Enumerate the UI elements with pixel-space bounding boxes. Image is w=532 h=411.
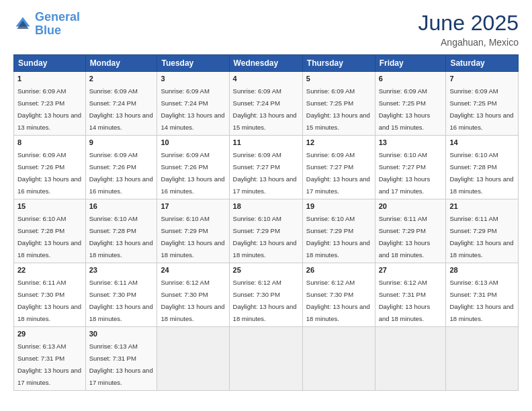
day-number: 26: [306, 266, 371, 274]
calendar-cell: 15 Sunrise: 6:10 AMSunset: 7:28 PMDaylig…: [14, 199, 86, 263]
calendar-header-tuesday: Tuesday: [157, 55, 229, 72]
day-number: 2: [89, 75, 154, 83]
calendar-cell: 26 Sunrise: 6:12 AMSunset: 7:30 PMDaylig…: [302, 263, 375, 327]
calendar-cell: 1 Sunrise: 6:09 AMSunset: 7:23 PMDayligh…: [14, 72, 86, 136]
calendar-week-1: 1 Sunrise: 6:09 AMSunset: 7:23 PMDayligh…: [14, 72, 519, 136]
calendar-cell: 14 Sunrise: 6:10 AMSunset: 7:28 PMDaylig…: [446, 136, 519, 199]
day-info: Sunrise: 6:09 AMSunset: 7:26 PMDaylight:…: [17, 151, 81, 195]
calendar-cell: 8 Sunrise: 6:09 AMSunset: 7:26 PMDayligh…: [14, 136, 86, 199]
calendar-header-friday: Friday: [375, 55, 446, 72]
day-info: Sunrise: 6:12 AMSunset: 7:30 PMDaylight:…: [306, 279, 370, 322]
day-number: 27: [379, 266, 443, 274]
calendar-cell: [302, 327, 375, 391]
calendar-cell: 12 Sunrise: 6:09 AMSunset: 7:27 PMDaylig…: [302, 136, 375, 199]
day-info: Sunrise: 6:10 AMSunset: 7:27 PMDaylight:…: [379, 151, 431, 195]
day-number: 15: [17, 202, 82, 210]
calendar-cell: 7 Sunrise: 6:09 AMSunset: 7:25 PMDayligh…: [446, 72, 519, 136]
day-info: Sunrise: 6:11 AMSunset: 7:30 PMDaylight:…: [89, 279, 153, 322]
day-number: 9: [89, 138, 154, 146]
calendar-cell: 29 Sunrise: 6:13 AMSunset: 7:31 PMDaylig…: [14, 327, 86, 391]
calendar-cell: 2 Sunrise: 6:09 AMSunset: 7:24 PMDayligh…: [85, 72, 157, 136]
calendar-cell: 21 Sunrise: 6:11 AMSunset: 7:29 PMDaylig…: [446, 199, 519, 263]
day-number: 4: [233, 75, 299, 83]
header: General Blue June 2025 Angahuan, Mexico: [13, 11, 519, 48]
day-info: Sunrise: 6:09 AMSunset: 7:24 PMDaylight:…: [89, 87, 153, 131]
month-year: June 2025: [418, 11, 519, 36]
calendar-cell: 23 Sunrise: 6:11 AMSunset: 7:30 PMDaylig…: [85, 263, 157, 327]
calendar-cell: 13 Sunrise: 6:10 AMSunset: 7:27 PMDaylig…: [375, 136, 446, 199]
calendar-cell: 3 Sunrise: 6:09 AMSunset: 7:24 PMDayligh…: [157, 72, 229, 136]
calendar-header-sunday: Sunday: [14, 55, 86, 72]
calendar-week-3: 15 Sunrise: 6:10 AMSunset: 7:28 PMDaylig…: [14, 199, 519, 263]
calendar-cell: [229, 327, 302, 391]
page: General Blue June 2025 Angahuan, Mexico …: [0, 0, 532, 411]
day-info: Sunrise: 6:09 AMSunset: 7:24 PMDaylight:…: [233, 87, 297, 131]
calendar-cell: 25 Sunrise: 6:12 AMSunset: 7:30 PMDaylig…: [229, 263, 302, 327]
title-block: June 2025 Angahuan, Mexico: [418, 11, 519, 48]
calendar-cell: 24 Sunrise: 6:12 AMSunset: 7:30 PMDaylig…: [157, 263, 229, 327]
calendar-cell: 18 Sunrise: 6:10 AMSunset: 7:29 PMDaylig…: [229, 199, 302, 263]
day-info: Sunrise: 6:10 AMSunset: 7:28 PMDaylight:…: [449, 151, 513, 195]
day-info: Sunrise: 6:10 AMSunset: 7:29 PMDaylight:…: [161, 215, 224, 259]
day-info: Sunrise: 6:13 AMSunset: 7:31 PMDaylight:…: [17, 342, 81, 386]
day-info: Sunrise: 6:09 AMSunset: 7:25 PMDaylight:…: [379, 87, 431, 131]
logo-icon: [13, 15, 32, 34]
day-number: 19: [306, 202, 371, 210]
day-info: Sunrise: 6:11 AMSunset: 7:30 PMDaylight:…: [17, 279, 81, 322]
calendar-cell: [446, 327, 519, 391]
day-info: Sunrise: 6:13 AMSunset: 7:31 PMDaylight:…: [89, 342, 153, 386]
logo: General Blue: [13, 11, 80, 38]
calendar: SundayMondayTuesdayWednesdayThursdayFrid…: [13, 54, 519, 391]
calendar-header-wednesday: Wednesday: [229, 55, 302, 72]
day-number: 13: [379, 138, 443, 146]
day-number: 30: [89, 330, 154, 338]
day-number: 8: [17, 138, 82, 146]
calendar-cell: [375, 327, 446, 391]
day-number: 10: [161, 138, 225, 146]
day-number: 21: [449, 202, 515, 210]
logo-text: General Blue: [35, 11, 80, 38]
day-info: Sunrise: 6:09 AMSunset: 7:24 PMDaylight:…: [161, 87, 224, 131]
calendar-cell: 16 Sunrise: 6:10 AMSunset: 7:28 PMDaylig…: [85, 199, 157, 263]
calendar-week-2: 8 Sunrise: 6:09 AMSunset: 7:26 PMDayligh…: [14, 136, 519, 199]
calendar-cell: 20 Sunrise: 6:11 AMSunset: 7:29 PMDaylig…: [375, 199, 446, 263]
day-number: 28: [449, 266, 515, 274]
day-number: 7: [449, 75, 515, 83]
day-info: Sunrise: 6:09 AMSunset: 7:23 PMDaylight:…: [17, 87, 81, 131]
day-number: 17: [161, 202, 225, 210]
day-number: 22: [17, 266, 82, 274]
calendar-header-monday: Monday: [85, 55, 157, 72]
day-number: 25: [233, 266, 299, 274]
calendar-week-4: 22 Sunrise: 6:11 AMSunset: 7:30 PMDaylig…: [14, 263, 519, 327]
day-info: Sunrise: 6:09 AMSunset: 7:27 PMDaylight:…: [233, 151, 297, 195]
day-info: Sunrise: 6:12 AMSunset: 7:31 PMDaylight:…: [379, 279, 431, 322]
calendar-cell: 30 Sunrise: 6:13 AMSunset: 7:31 PMDaylig…: [85, 327, 157, 391]
calendar-week-5: 29 Sunrise: 6:13 AMSunset: 7:31 PMDaylig…: [14, 327, 519, 391]
calendar-header-thursday: Thursday: [302, 55, 375, 72]
day-number: 5: [306, 75, 371, 83]
calendar-header-row: SundayMondayTuesdayWednesdayThursdayFrid…: [14, 55, 519, 72]
calendar-cell: 28 Sunrise: 6:13 AMSunset: 7:31 PMDaylig…: [446, 263, 519, 327]
calendar-cell: [157, 327, 229, 391]
day-number: 14: [449, 138, 515, 146]
day-info: Sunrise: 6:12 AMSunset: 7:30 PMDaylight:…: [161, 279, 224, 322]
calendar-cell: 11 Sunrise: 6:09 AMSunset: 7:27 PMDaylig…: [229, 136, 302, 199]
day-number: 3: [161, 75, 225, 83]
day-info: Sunrise: 6:09 AMSunset: 7:27 PMDaylight:…: [306, 151, 370, 195]
day-number: 1: [17, 75, 82, 83]
day-info: Sunrise: 6:12 AMSunset: 7:30 PMDaylight:…: [233, 279, 297, 322]
day-info: Sunrise: 6:10 AMSunset: 7:29 PMDaylight:…: [233, 215, 297, 259]
day-info: Sunrise: 6:10 AMSunset: 7:28 PMDaylight:…: [17, 215, 81, 259]
day-info: Sunrise: 6:13 AMSunset: 7:31 PMDaylight:…: [449, 279, 513, 322]
day-number: 16: [89, 202, 154, 210]
day-number: 11: [233, 138, 299, 146]
day-info: Sunrise: 6:09 AMSunset: 7:26 PMDaylight:…: [89, 151, 153, 195]
calendar-cell: 4 Sunrise: 6:09 AMSunset: 7:24 PMDayligh…: [229, 72, 302, 136]
day-info: Sunrise: 6:09 AMSunset: 7:25 PMDaylight:…: [449, 87, 513, 131]
day-number: 24: [161, 266, 225, 274]
calendar-header-saturday: Saturday: [446, 55, 519, 72]
calendar-cell: 17 Sunrise: 6:10 AMSunset: 7:29 PMDaylig…: [157, 199, 229, 263]
location: Angahuan, Mexico: [418, 37, 519, 48]
day-number: 18: [233, 202, 299, 210]
calendar-cell: 22 Sunrise: 6:11 AMSunset: 7:30 PMDaylig…: [14, 263, 86, 327]
